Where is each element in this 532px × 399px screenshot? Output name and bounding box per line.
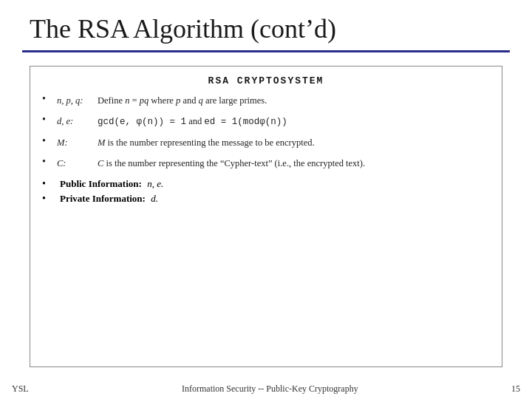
bullet-3: • bbox=[42, 136, 52, 146]
bullet-1: • bbox=[42, 94, 52, 104]
slide-title: The RSA Algorithm (cont’d) bbox=[30, 13, 502, 44]
private-info-row: • Private Information: d. bbox=[42, 193, 490, 205]
label-npq: n, p, q: bbox=[57, 94, 98, 107]
private-info-value: d. bbox=[149, 193, 158, 205]
bullet-6: • bbox=[42, 194, 52, 204]
slide: The RSA Algorithm (cont’d) RSA CRYPTOSYS… bbox=[0, 0, 532, 399]
rsa-box: RSA CRYPTOSYSTEM • n, p, q: Define n = p… bbox=[30, 66, 502, 367]
bullet-4: • bbox=[42, 157, 52, 167]
content-de: gcd(e, φ(n)) = 1 and ed = 1(modφ(n)) bbox=[98, 115, 490, 129]
footer-right: 15 bbox=[511, 383, 520, 395]
label-de: d, e: bbox=[57, 115, 98, 128]
footer: YSL Information Security -- Public-Key C… bbox=[0, 381, 532, 399]
content-m: M is the number representing the message… bbox=[98, 136, 490, 149]
private-info-label: Private Information: bbox=[60, 193, 146, 205]
entry-npq: • n, p, q: Define n = pq where p and q a… bbox=[42, 94, 490, 107]
title-area: The RSA Algorithm (cont’d) bbox=[0, 0, 532, 50]
label-c: C: bbox=[57, 157, 98, 170]
footer-center: Information Security -- Public-Key Crypt… bbox=[182, 383, 358, 395]
box-title: RSA CRYPTOSYSTEM bbox=[42, 75, 490, 86]
public-info-value: n, e. bbox=[145, 178, 163, 190]
footer-left: YSL bbox=[12, 383, 29, 395]
bullet-5: • bbox=[42, 179, 52, 189]
entry-de: • d, e: gcd(e, φ(n)) = 1 and ed = 1(modφ… bbox=[42, 115, 490, 129]
public-info-row: • Public Information: n, e. bbox=[42, 178, 490, 190]
entry-m: • M: M is the number representing the me… bbox=[42, 136, 490, 149]
content-area: RSA CRYPTOSYSTEM • n, p, q: Define n = p… bbox=[0, 52, 532, 381]
content-npq: Define n = pq where p and q are large pr… bbox=[98, 94, 490, 107]
bullet-2: • bbox=[42, 115, 52, 125]
public-info-label: Public Information: bbox=[60, 178, 142, 190]
content-c: C is the number representing the “Cypher… bbox=[98, 157, 490, 170]
label-m: M: bbox=[57, 136, 98, 149]
entry-c: • C: C is the number representing the “C… bbox=[42, 157, 490, 170]
